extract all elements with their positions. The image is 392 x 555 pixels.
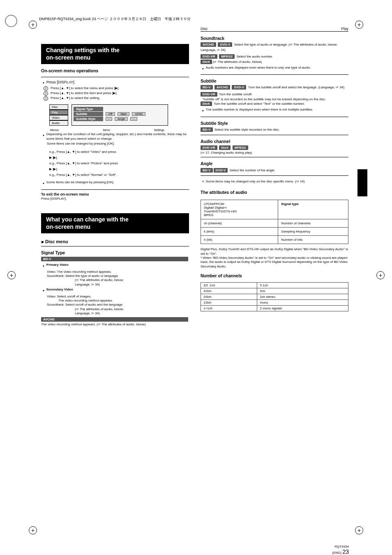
- column-header: DiscPlay: [201, 27, 348, 32]
- tag-bdv: BD-V: [41, 257, 188, 261]
- page-header-filename: DMPB15P-RQT9334_eng.book 23 ページ ２００９年３月２…: [0, 0, 392, 24]
- registration-mark: [29, 526, 37, 534]
- osm-heading: On-screen menu operations: [41, 68, 189, 74]
- registration-mark: [7, 271, 16, 279]
- channels-heading: Number of channels: [201, 273, 348, 279]
- menu-tab-audio: Audio: [49, 120, 68, 126]
- registration-mark: [29, 21, 37, 29]
- note-ok-change-2: Some items can be changed by pressing [O…: [46, 180, 114, 186]
- registration-mark: [355, 21, 363, 29]
- subtitle-style-heading: Subtitle Style: [201, 120, 348, 126]
- diagram-label-settings: Settings: [154, 129, 164, 131]
- attributes-heading: The attributes of audio: [201, 189, 348, 195]
- subtitle-heading: Subtitle: [201, 78, 348, 84]
- section-banner-onscreen: Changing settings with the on-screen men…: [41, 44, 189, 64]
- step-1: Press [DISPLAY].: [43, 80, 189, 85]
- diagram-label-items: Items: [103, 129, 110, 131]
- tag-avchd: AVCHD: [41, 317, 188, 322]
- menu-tab-play: Play: [49, 110, 68, 115]
- filename-text: DMPB15P-RQT9334_eng.book 23 ページ ２００９年３月２…: [39, 16, 191, 22]
- soundtrack-heading: Soundtrack: [201, 35, 348, 41]
- osm-menu-diagram: Disc Play Video Audio Signal Type Subtit…: [49, 104, 189, 126]
- primary-video: Primary Video: [43, 263, 189, 269]
- audio-channel-heading: Audio channel: [201, 138, 348, 144]
- exit-heading: To exit the on-screen menu: [41, 192, 189, 197]
- note-disabled-items: Depending on the condition of the unit (…: [43, 132, 189, 141]
- step-2: 2Press [▲, ▼] to select the menu and pre…: [44, 86, 189, 91]
- menu-tab-video: Video: [49, 115, 68, 120]
- step-3: 2Press [▲, ▼] to select the item and pre…: [44, 91, 189, 96]
- signal-type-heading: Signal Type: [41, 250, 189, 256]
- registration-mark: [355, 526, 363, 534]
- doc-code: RQT9334: [334, 545, 349, 548]
- step-4: 3Press [▲, ▼] to select the setting.: [44, 96, 189, 101]
- page-number: 23: [342, 548, 349, 555]
- section-banner-whatchange: What you can change with the on-screen m…: [41, 213, 189, 233]
- channels-table: 3/2 .1ch5.1ch 3/2ch5ch 2/0ch2ch stereo 1…: [201, 282, 348, 311]
- disc-menu-heading: Disc menu: [41, 239, 68, 244]
- side-tab-strip: [357, 142, 367, 224]
- menu-tab-disc: Disc: [49, 104, 68, 110]
- spiral-icon: [5, 15, 17, 27]
- diagram-label-menus: Menus: [50, 129, 59, 131]
- attributes-table: LPCM/PPCM/ Digital/ Digital+/ TrueHD/DTS…: [201, 200, 348, 244]
- secondary-video: Secondary Video: [43, 288, 189, 293]
- note-ok-change: Some items can be changed by pressing [O…: [41, 142, 189, 146]
- right-column: DiscPlay Soundtrack AVCHD DVD-V Select t…: [201, 32, 348, 541]
- exit-body: Press [DISPLAY].: [41, 197, 189, 201]
- left-column: Changing settings with the on-screen men…: [41, 32, 189, 541]
- registration-mark: [376, 271, 385, 279]
- page-footer: RQT9334 (ENG) 23: [0, 541, 392, 555]
- angle-heading: Angle: [201, 161, 348, 166]
